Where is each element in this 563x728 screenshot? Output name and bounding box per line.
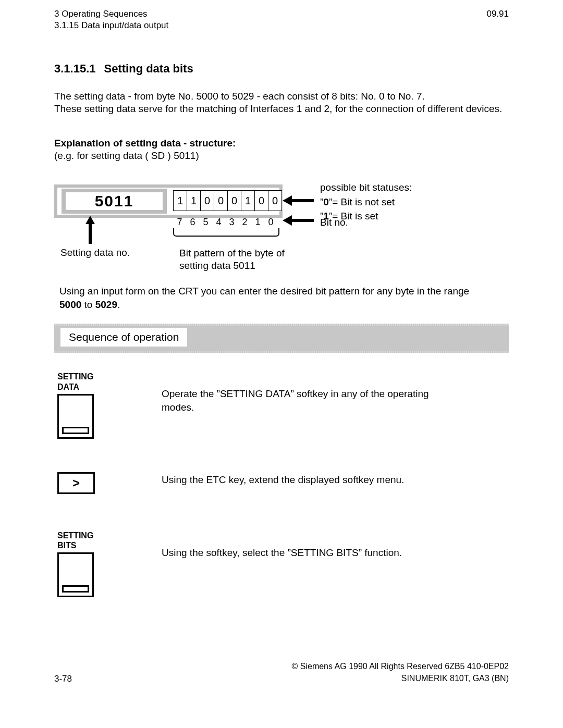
intro-line-1: The setting data - from byte No. 5000 to… [54,90,509,103]
bit-no: 7 [173,217,186,228]
crt-pre: Using an input form on the CRT you can e… [59,286,469,297]
step-setting-bits: SETTING BITS Using the softkey, select t… [57,530,509,597]
brace-icon [173,228,279,237]
bit-cell: 0 [254,190,268,211]
bit-no: 0 [264,217,277,228]
softkey-icon [57,394,94,439]
bit-cell: 0 [200,190,214,211]
bit-cell: 1 [241,190,255,211]
page-number: 3-78 [54,674,72,684]
etc-key-icon: > [57,472,95,494]
crt-b1: 5000 [59,299,81,310]
section-number: 3.1.15.1 [54,62,96,76]
bit-no-label: Bit no. [320,217,348,228]
section-text: Setting data bits [104,62,193,75]
bit-cell: 1 [187,190,201,211]
header-section: 3.1.15 Data input/data output [54,20,509,31]
bit-no: 6 [186,217,199,228]
bit-no: 2 [238,217,251,228]
status0-post: ”= Bit is not set [329,196,395,207]
bit-number-row: 7 6 5 4 3 2 1 0 [173,217,277,228]
header-chapter: 3 Operating Sequences [54,9,148,19]
bit-pattern-row: 1 1 0 0 0 1 0 0 [173,190,282,211]
crt-paragraph: Using an input form on the CRT you can e… [54,285,509,311]
sd-number: 5011 [66,192,163,210]
status0-bold: 0 [323,196,329,207]
bit-no: 4 [212,217,225,228]
status-heading: possible bit statuses: [320,180,412,195]
softkey-icon [57,552,94,597]
bit-cell: 0 [268,190,282,211]
sd-no-label: Setting data no. [60,247,130,258]
crt-b2: 5029 [95,299,117,310]
page-footer: 3-78 © Siemens AG 1990 All Rights Reserv… [54,660,509,684]
bit-pattern-label-l1: Bit pattern of the byte of [179,247,285,260]
bit-cell: 1 [173,190,187,211]
softkey-label-l1: SETTING [57,530,115,540]
bit-pattern-label-l2: setting data 5011 [179,260,285,272]
bit-structure-diagram: 5011 1 1 0 0 0 1 0 0 7 6 5 4 3 2 1 0 pos… [54,184,509,278]
bit-cell: 0 [227,190,241,211]
step-setting-data: SETTING DATA Operate the ”SETTING DATA” … [57,372,509,438]
section-title: 3.1.15.1Setting data bits [54,62,509,76]
bit-no: 5 [199,217,212,228]
bit-no: 3 [225,217,238,228]
step-text: Using the softkey, select the ”SETTING B… [162,530,443,560]
sequence-label: Sequence of operation [60,328,187,347]
sequence-band: Sequence of operation [54,326,509,351]
softkey-label-l1: SETTING [57,372,115,381]
bit-no: 1 [251,217,264,228]
copyright: © Siemens AG 1990 All Rights Reserved 6Z… [292,660,509,672]
bit-cell: 0 [214,190,228,211]
crt-post: . [117,299,120,310]
softkey-label-l2: BITS [57,540,115,550]
explain-example: (e.g. for setting data ( SD ) 5011) [54,150,509,162]
intro-line-2: These setting data serve for the matchin… [54,103,509,116]
step-text: Using the ETC key, extend the displayed … [162,470,443,487]
product-line: SINUMERIK 810T, GA3 (BN) [292,672,509,684]
crt-mid: to [81,299,95,310]
step-text: Operate the ”SETTING DATA” softkey in an… [162,372,443,414]
sd-number-box: 5011 [62,189,167,214]
step-etc-key: > Using the ETC key, extend the displaye… [57,470,509,494]
softkey-label-l2: DATA [57,382,115,392]
explain-heading: Explanation of setting data - structure: [54,138,509,149]
header-date: 09.91 [486,9,509,19]
bit-pattern-label: Bit pattern of the byte of setting data … [179,247,285,272]
